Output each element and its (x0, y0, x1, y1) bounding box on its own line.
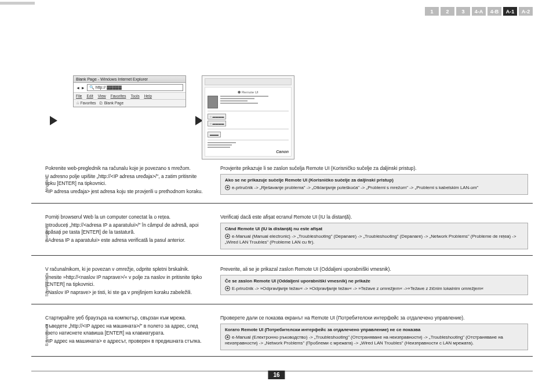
remote-ui-header: ⬢ Remote UI (208, 90, 289, 94)
info-box-title: Ako se ne prikazuje sučelje Remote UI (K… (225, 177, 523, 184)
info-box-body: +e-Manual (Manual electronic) -> „Troubl… (225, 234, 523, 246)
left-column: Porniți browserul Web la un computer con… (41, 214, 212, 249)
menu-view: View (98, 94, 106, 98)
info-box-body: +e-Manual (Електронно ръководство) -> „T… (225, 335, 523, 347)
info-box-title: Če se zaslon Remote UI (Oddaljeni uporab… (225, 278, 523, 285)
right-column: Проверете дали се показва екранът на Rem… (216, 315, 533, 350)
nav-tab-4-B[interactable]: 4-B (487, 7, 501, 16)
language-label: Română (45, 217, 49, 252)
instruction-text: Porniți browserul Web la un computer con… (45, 214, 208, 220)
nav-tab-3[interactable]: 3 (456, 7, 470, 16)
plus-icon: + (225, 286, 230, 291)
nav-icon: ◄ ► (76, 86, 85, 90)
browser-screenshot: Blank Page - Windows Internet Explorer ◄… (73, 75, 186, 107)
instruction-text: Introduceți „http://<adresa IP a aparatu… (45, 222, 208, 235)
nav-tab-4-A[interactable]: 4-A (472, 7, 486, 16)
device-thumbnail (208, 96, 218, 108)
info-box: Когато Remote UI (Потребителски интерфей… (220, 324, 528, 350)
figures-row: Blank Page - Windows Internet Explorer ◄… (0, 75, 553, 159)
plus-icon: + (225, 234, 230, 239)
radio-option: ○ ▬▬▬▬ (208, 121, 226, 126)
left-column: Стартирайте уеб браузъра на компютър, св… (41, 315, 212, 350)
lang-section-Slovenščina: SlovenščinaV računalnikom, ki je povezan… (31, 266, 533, 304)
intro-text: Provjerite prikazuje li se zaslon sučelj… (220, 165, 528, 172)
instruction-text: <Adresa IP a aparatului> este adresa ver… (45, 237, 208, 244)
browser-title: Blank Page - Windows Internet Explorer (74, 76, 185, 83)
intro-text: Verificați dacă este afișat ecranul Remo… (220, 214, 528, 220)
menu-favorites: Favorites (111, 94, 126, 98)
browser-favorites: ☆ Favorites 🗋 Blank Page (74, 100, 185, 107)
instruction-text: <IP адрес на машината> е адресът, провер… (45, 338, 208, 344)
page-number: 16 (268, 371, 285, 379)
lang-section-Română: RomânăPorniți browserul Web la un comput… (31, 214, 533, 256)
intro-text: Проверете дали се показва екранът на Rem… (220, 315, 528, 321)
nav-tab-A-2[interactable]: A-2 (519, 7, 533, 16)
info-box: Če se zaslon Remote UI (Oddaljeni uporab… (220, 275, 528, 295)
menu-help: Help (144, 94, 152, 98)
browser-menu: FileEditViewFavoritesToolsHelp (74, 93, 185, 100)
right-column: Preverite, ali se je prikazal zaslon Rem… (216, 266, 533, 298)
menu-edit: Edit (87, 94, 93, 98)
nav-tab-A-1[interactable]: A-1 (503, 7, 517, 16)
nav-tab-2[interactable]: 2 (441, 7, 454, 16)
login-button: ▬▬▬ (208, 132, 221, 137)
language-label: Hrvatski (45, 166, 49, 201)
remote-ui-titlebar (205, 78, 292, 85)
right-column: Verificați dacă este afișat ecranul Remo… (216, 214, 533, 249)
plus-icon: + (225, 335, 230, 340)
browser-address-bar: ◄ ► 🔍 http:// ▓▓▓▓▓ (74, 83, 185, 93)
radio-option: ○ ▬▬▬▬ (208, 114, 226, 119)
intro-text: Preverite, ali se je prikazal zaslon Rem… (220, 266, 528, 273)
left-column: Pokrenite web-preglednik na računalu koj… (41, 165, 212, 197)
lang-section-Български: БългарскиСтартирайте уеб браузъра на ком… (31, 315, 533, 357)
nav-tab-1[interactable]: 1 (425, 7, 439, 16)
info-box: Când Remote UI (IU la distanță) nu este … (220, 223, 528, 249)
right-column: Provjerite prikazuje li se zaslon sučelj… (216, 165, 533, 197)
info-box: Ako se ne prikazuje sučelje Remote UI (K… (220, 174, 528, 194)
instruction-text: U adresno polje upišite „http://<IP adre… (45, 173, 208, 187)
left-column: V računalnikom, ki je povezan v omrežje,… (41, 266, 212, 298)
language-label: Slovenščina (45, 267, 49, 302)
instruction-text: Pokrenite web-preglednik na računalu koj… (45, 165, 208, 172)
instruction-text: Въведете „http://<IP адрес на машината>/… (45, 323, 208, 336)
canon-logo: Canon (208, 150, 289, 154)
content-area: HrvatskiPokrenite web-preglednik na raču… (31, 165, 533, 367)
instruction-text: <Naslov IP naprave> je tisti, ki ste ga … (45, 289, 208, 296)
instruction-text: Стартирайте уеб браузъра на компютър, св… (45, 315, 208, 321)
remote-ui-screenshot: ⬢ Remote UI ○ ▬▬▬▬○ ▬▬▬▬ ▬▬▬ Canon (202, 75, 294, 159)
info-box-title: Когато Remote UI (Потребителски интерфей… (225, 327, 523, 333)
info-box-body: +e-priručnik -> „Rješavanje problema" ->… (225, 185, 523, 191)
instruction-text: <IP adresa uređaja> jest adresa koju ste… (45, 188, 208, 195)
info-box-body: +E-priročnik -> »Odpravljanje težav« -> … (225, 286, 523, 292)
menu-file: File (76, 94, 82, 98)
lang-section-Hrvatski: HrvatskiPokrenite web-preglednik na raču… (31, 165, 533, 204)
instruction-text: Vnesite »http://<naslov IP naprave>/« v … (45, 274, 208, 288)
instruction-text: V računalnikom, ki je povezan v omrežje,… (45, 266, 208, 273)
nav-tabs: 1234-A4-BA-1A-2 (425, 7, 533, 16)
info-box-title: Când Remote UI (IU la distanță) nu este … (225, 226, 523, 233)
plus-icon: + (225, 185, 230, 190)
address-input: 🔍 http:// ▓▓▓▓▓ (87, 84, 183, 91)
menu-tools: Tools (130, 94, 139, 98)
top-decoration (0, 2, 35, 5)
language-label: Български (45, 318, 49, 353)
